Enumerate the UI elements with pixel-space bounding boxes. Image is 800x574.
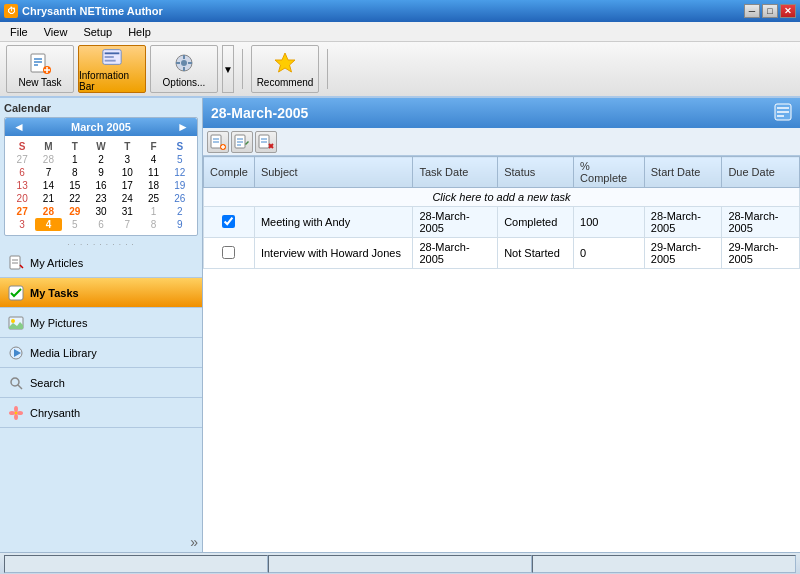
task-start-date: 28-March-2005 [644,207,722,238]
cal-cell[interactable]: 2 [167,205,193,218]
cal-cell[interactable]: 10 [114,166,140,179]
sidebar-item-my-pictures[interactable]: My Pictures [0,308,202,338]
sidebar-item-my-tasks-label: My Tasks [30,287,79,299]
cal-cell[interactable]: 28 [35,153,61,166]
sidebar-resize-handle[interactable]: · · · · · · · · · · · [0,240,202,248]
title-bar-buttons: ─ □ ✕ [744,4,796,18]
options-dropdown-button[interactable]: ▼ [222,45,234,93]
task-tool-delete-button[interactable] [255,131,277,153]
cal-cell[interactable]: 30 [88,205,114,218]
col-complete[interactable]: Comple [204,157,255,188]
recommend-button[interactable]: Recommend [251,45,319,93]
cal-day-sat: S [167,140,193,153]
cal-cell[interactable]: 29 [62,205,88,218]
cal-cell[interactable]: 5 [62,218,88,231]
col-status[interactable]: Status [498,157,574,188]
calendar-next-button[interactable]: ► [173,120,193,134]
app-icon: ⏱ [4,4,18,18]
menu-help[interactable]: Help [120,24,159,40]
add-task-text[interactable]: Click here to add a new task [204,188,800,207]
cal-cell[interactable]: 25 [140,192,166,205]
svg-marker-17 [275,53,295,72]
cal-cell[interactable]: 27 [9,153,35,166]
cal-cell[interactable]: 22 [62,192,88,205]
table-row[interactable]: Interview with Howard Jones 28-March-200… [204,238,800,269]
cal-cell[interactable]: 3 [114,153,140,166]
new-task-label: New Task [18,77,61,88]
add-task-row[interactable]: Click here to add a new task [204,188,800,207]
cal-cell[interactable]: 8 [140,218,166,231]
cal-cell[interactable]: 13 [9,179,35,192]
cal-cell[interactable]: 19 [167,179,193,192]
cal-cell[interactable]: 15 [62,179,88,192]
minimize-button[interactable]: ─ [744,4,760,18]
task-date: 28-March-2005 [413,238,498,269]
cal-cell[interactable]: 1 [140,205,166,218]
cal-cell[interactable]: 7 [114,218,140,231]
table-row[interactable]: Meeting with Andy 28-March-2005 Complete… [204,207,800,238]
svg-rect-8 [105,52,120,54]
col-task-date[interactable]: Task Date [413,157,498,188]
new-task-button[interactable]: New Task [6,45,74,93]
cal-cell[interactable]: 7 [35,166,61,179]
information-bar-button[interactable]: Information Bar [78,45,146,93]
task-checkbox-cell[interactable] [204,238,255,269]
cal-cell[interactable]: 6 [9,166,35,179]
cal-cell[interactable]: 21 [35,192,61,205]
cal-cell[interactable]: 14 [35,179,61,192]
cal-cell[interactable]: 28 [35,205,61,218]
cal-cell[interactable]: 2 [88,153,114,166]
cal-cell[interactable]: 17 [114,179,140,192]
sidebar-expand-button[interactable]: » [0,532,202,552]
svg-point-23 [11,319,15,323]
cal-cell[interactable]: 1 [62,153,88,166]
cal-cell[interactable]: 16 [88,179,114,192]
cal-cell[interactable]: 26 [167,192,193,205]
col-subject[interactable]: Subject [254,157,413,188]
status-segment-2 [268,555,532,573]
cal-cell[interactable]: 6 [88,218,114,231]
cal-cell[interactable]: 31 [114,205,140,218]
svg-point-33 [17,411,23,415]
task-checkbox-cell[interactable] [204,207,255,238]
calendar-widget: ◄ March 2005 ► S M T W T F S [4,117,198,236]
cal-cell[interactable]: 9 [167,218,193,231]
cal-cell[interactable]: 23 [88,192,114,205]
sidebar-item-media-library-label: Media Library [30,347,97,359]
col-start-date[interactable]: Start Date [644,157,722,188]
col-pct-complete[interactable]: % Complete [574,157,645,188]
col-due-date[interactable]: Due Date [722,157,800,188]
svg-rect-9 [105,56,114,58]
my-pictures-icon [8,315,24,331]
cal-cell[interactable]: 5 [167,153,193,166]
menu-file[interactable]: File [2,24,36,40]
calendar-prev-button[interactable]: ◄ [9,120,29,134]
cal-cell[interactable]: 8 [62,166,88,179]
close-button[interactable]: ✕ [780,4,796,18]
cal-cell[interactable]: 27 [9,205,35,218]
task-subject: Meeting with Andy [254,207,413,238]
cal-cell[interactable]: 4 [140,153,166,166]
cal-cell-selected[interactable]: 4 [35,218,61,231]
sidebar-item-search[interactable]: Search [0,368,202,398]
sidebar-item-my-articles[interactable]: My Articles [0,248,202,278]
cal-cell[interactable]: 9 [88,166,114,179]
cal-cell[interactable]: 24 [114,192,140,205]
cal-cell[interactable]: 3 [9,218,35,231]
options-button[interactable]: Options... [150,45,218,93]
task-checkbox[interactable] [222,215,235,228]
sidebar-item-chrysanth[interactable]: Chrysanth [0,398,202,428]
restore-button[interactable]: □ [762,4,778,18]
task-checkbox[interactable] [222,246,235,259]
sidebar-item-media-library[interactable]: Media Library [0,338,202,368]
cal-cell[interactable]: 11 [140,166,166,179]
cal-cell[interactable]: 12 [167,166,193,179]
sidebar-item-my-tasks[interactable]: My Tasks [0,278,202,308]
menu-view[interactable]: View [36,24,76,40]
task-tool-edit-button[interactable] [231,131,253,153]
sidebar: Calendar ◄ March 2005 ► S M T W T [0,98,203,552]
cal-cell[interactable]: 18 [140,179,166,192]
cal-cell[interactable]: 20 [9,192,35,205]
menu-setup[interactable]: Setup [75,24,120,40]
task-tool-new-button[interactable] [207,131,229,153]
